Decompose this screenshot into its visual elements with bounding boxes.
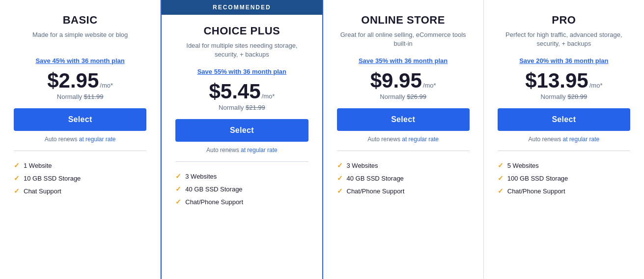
check-icon: ✓ (498, 174, 504, 182)
divider-choice-plus (175, 161, 308, 162)
plan-name-choice-plus: CHOICE PLUS (203, 25, 280, 37)
feature-item: ✓ 40 GB SSD Storage (175, 183, 308, 195)
price-dollar-basic: $2.95 (47, 70, 99, 91)
feature-item: ✓ 10 GB SSD Storage (14, 172, 146, 185)
feature-text: Chat/Phone Support (507, 187, 565, 195)
price-dollar-pro: $13.95 (525, 70, 588, 91)
pricing-container: BASICMade for a simple website or blogSa… (0, 0, 644, 279)
plan-desc-online-store: Great for all online selling, eCommerce … (337, 31, 470, 48)
price-suffix-pro: /mo* (589, 82, 603, 89)
feature-text: Chat/Phone Support (347, 187, 405, 195)
check-icon: ✓ (14, 187, 20, 195)
price-row-choice-plus: $5.45 /mo* (209, 81, 275, 102)
auto-renew-online-store: Auto renews at regular rate (367, 136, 439, 143)
normally-pro: Normally $28.99 (541, 93, 588, 100)
feature-text: 100 GB SSD Storage (507, 175, 568, 182)
check-icon: ✓ (498, 161, 504, 169)
check-icon: ✓ (175, 198, 181, 206)
plan-desc-basic: Made for a simple website or blog (32, 31, 128, 48)
price-dollar-online-store: $9.95 (370, 70, 422, 91)
select-button-online-store[interactable]: Select (337, 108, 470, 131)
check-icon: ✓ (14, 174, 20, 182)
feature-item: ✓ 1 Website (14, 159, 146, 172)
price-row-online-store: $9.95 /mo* (370, 70, 436, 91)
feature-text: 40 GB SSD Storage (185, 186, 242, 193)
feature-item: ✓ 3 Websites (175, 170, 308, 183)
feature-item: ✓ Chat/Phone Support (498, 185, 630, 197)
select-button-pro[interactable]: Select (498, 108, 630, 131)
plan-name-online-store: ONLINE STORE (361, 14, 445, 27)
feature-item: ✓ 100 GB SSD Storage (498, 172, 630, 185)
plan-name-basic: BASIC (63, 14, 98, 27)
price-row-basic: $2.95 /mo* (47, 70, 113, 91)
feature-text: 1 Website (24, 162, 52, 169)
features-list-online-store: ✓ 3 Websites ✓ 40 GB SSD Storage ✓ Chat/… (337, 159, 470, 197)
check-icon: ✓ (337, 161, 343, 169)
normally-basic: Normally $11.99 (57, 93, 104, 100)
plan-card-choice-plus: RECOMMENDEDCHOICE PLUSIdeal for multiple… (161, 0, 323, 279)
normally-online-store: Normally $26.99 (380, 93, 426, 100)
save-link-pro[interactable]: Save 20% with 36 month plan (519, 57, 608, 64)
feature-text: 10 GB SSD Storage (24, 175, 81, 182)
check-icon: ✓ (175, 172, 181, 180)
normally-choice-plus: Normally $21.99 (219, 104, 265, 111)
auto-renew-choice-plus: Auto renews at regular rate (206, 147, 278, 154)
select-button-basic[interactable]: Select (14, 108, 146, 131)
plan-desc-pro: Perfect for high traffic, advanced stora… (498, 31, 630, 48)
auto-renew-link-pro: at regular rate (563, 136, 600, 143)
feature-text: 40 GB SSD Storage (347, 175, 404, 182)
auto-renew-pro: Auto renews at regular rate (528, 136, 599, 143)
divider-pro (498, 151, 630, 151)
save-link-choice-plus[interactable]: Save 55% with 36 month plan (197, 68, 286, 75)
price-suffix-basic: /mo* (100, 82, 113, 89)
feature-item: ✓ 3 Websites (337, 159, 470, 172)
feature-text: Chat Support (24, 187, 61, 195)
feature-text: 5 Websites (507, 162, 539, 169)
plan-card-pro: PROPerfect for high traffic, advanced st… (484, 0, 644, 279)
check-icon: ✓ (14, 161, 20, 169)
auto-renew-basic: Auto renews at regular rate (45, 136, 116, 143)
auto-renew-link-online-store: at regular rate (402, 136, 439, 143)
recommended-banner: RECOMMENDED (162, 0, 322, 15)
feature-text: Chat/Phone Support (185, 198, 243, 206)
auto-renew-link-choice-plus: at regular rate (241, 147, 278, 154)
feature-item: ✓ 40 GB SSD Storage (337, 172, 470, 185)
price-dollar-choice-plus: $5.45 (209, 81, 260, 102)
feature-item: ✓ Chat/Phone Support (337, 185, 470, 197)
save-link-basic[interactable]: Save 45% with 36 month plan (35, 57, 124, 64)
features-list-basic: ✓ 1 Website ✓ 10 GB SSD Storage ✓ Chat S… (14, 159, 146, 197)
feature-text: 3 Websites (347, 162, 378, 169)
feature-item: ✓ Chat Support (14, 185, 146, 197)
feature-item: ✓ Chat/Phone Support (175, 195, 308, 208)
plan-desc-choice-plus: Ideal for multiple sites needing storage… (175, 41, 308, 59)
features-list-pro: ✓ 5 Websites ✓ 100 GB SSD Storage ✓ Chat… (498, 159, 630, 197)
check-icon: ✓ (175, 185, 181, 193)
divider-online-store (337, 151, 470, 151)
plan-name-pro: PRO (552, 14, 576, 27)
select-button-choice-plus[interactable]: Select (175, 119, 308, 142)
divider-basic (14, 151, 146, 151)
price-row-pro: $13.95 /mo* (525, 70, 602, 91)
price-suffix-choice-plus: /mo* (262, 93, 275, 100)
feature-item: ✓ 5 Websites (498, 159, 630, 172)
feature-text: 3 Websites (185, 173, 217, 180)
features-list-choice-plus: ✓ 3 Websites ✓ 40 GB SSD Storage ✓ Chat/… (175, 170, 308, 208)
plan-card-online-store: ONLINE STOREGreat for all online selling… (323, 0, 484, 279)
save-link-online-store[interactable]: Save 35% with 36 month plan (359, 57, 448, 64)
check-icon: ✓ (337, 187, 343, 195)
plan-card-basic: BASICMade for a simple website or blogSa… (0, 0, 161, 279)
check-icon: ✓ (498, 187, 504, 195)
check-icon: ✓ (337, 174, 343, 182)
auto-renew-link-basic: at regular rate (79, 136, 116, 143)
price-suffix-online-store: /mo* (423, 82, 436, 89)
